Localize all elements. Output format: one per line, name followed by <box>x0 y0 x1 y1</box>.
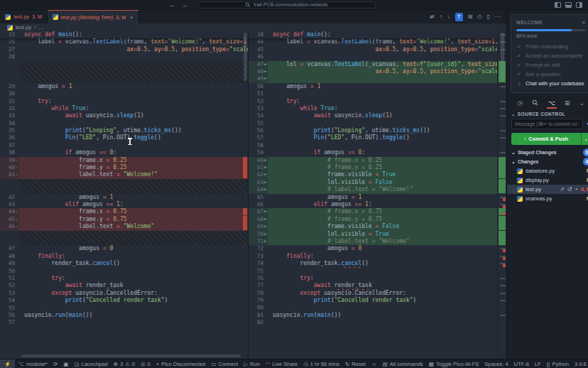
code-text[interactable]: amogus = 1 <box>268 83 506 90</box>
code-line[interactable]: 37 <box>0 142 248 149</box>
code-line[interactable]: 34 <box>0 120 248 127</box>
gitlens-icon[interactable]: ◇ <box>477 13 481 21</box>
line-number[interactable]: 41- <box>0 171 19 178</box>
line-number[interactable]: 71+ <box>249 238 268 245</box>
code-text[interactable]: async def main(): <box>268 31 506 38</box>
line-number[interactable]: 33 <box>0 112 19 119</box>
line-number[interactable]: 60+ <box>249 157 268 164</box>
code-text[interactable]: frame.visible = False <box>268 223 506 230</box>
code-line[interactable]: 57 <box>0 319 248 326</box>
pico-board-icon[interactable]: ▣ <box>60 359 71 368</box>
code-text[interactable]: print("Cancelled render task") <box>19 297 248 304</box>
close-icon[interactable]: × <box>582 19 586 26</box>
code-text[interactable]: lol.visible = True <box>268 231 506 238</box>
code-line[interactable]: 50 amogus = 1 <box>249 83 506 90</box>
code-line[interactable]: 53 except uasyncio.CancelledError: <box>0 290 248 297</box>
code-line[interactable]: 72 amogus = 0 <box>249 245 506 252</box>
code-line[interactable]: 45 ax=0.5, ay=0.5, position_type="scale"… <box>249 46 506 53</box>
code-line[interactable]: 50 <box>0 268 248 275</box>
inline-view-toggle-icon[interactable]: T <box>455 13 463 21</box>
toggle-sidebar-icon[interactable] <box>555 2 561 8</box>
code-text[interactable] <box>268 142 506 149</box>
code-line[interactable]: 74 render_task.cancel() <box>249 260 506 267</box>
code-text[interactable]: if amogus == 0: <box>268 149 506 156</box>
code-text[interactable]: elif amogus == 1: <box>19 201 248 208</box>
line-number[interactable]: 32 <box>0 105 19 112</box>
line-number[interactable]: 49 <box>0 260 19 267</box>
editor-tab[interactable]: test.py (Working Tree) 3, M× <box>48 10 139 23</box>
line-number[interactable]: 46 <box>249 53 268 60</box>
code-line[interactable]: 45- frame.y = 0.75 <box>0 216 248 223</box>
code-line[interactable]: 38 if amogus == 0: <box>0 149 248 156</box>
previous-change-icon[interactable]: ↑ <box>440 13 442 21</box>
code-text[interactable] <box>19 120 248 127</box>
reset-item[interactable]: ↻Reset <box>342 359 369 368</box>
code-line[interactable]: 18async def main(): <box>249 31 506 38</box>
code-text[interactable]: ax=0.5, ay=0.5, position_type="scale", x… <box>268 68 506 75</box>
code-line[interactable]: 43 elif amogus == 1: <box>0 201 248 208</box>
scm-file-row[interactable]: test.py↗↺+ 3, M <box>507 185 588 194</box>
line-number[interactable]: 64+ <box>249 186 268 193</box>
line-number[interactable]: 45 <box>249 46 268 53</box>
code-line[interactable]: 62+ frame.visible = True <box>249 171 506 178</box>
code-line[interactable]: 48 finally: <box>0 253 248 260</box>
code-text[interactable] <box>19 319 248 326</box>
code-line[interactable]: 56 print("Looping", utime.ticks_ms()) <box>249 127 506 134</box>
code-text[interactable]: try: <box>268 275 506 282</box>
line-number[interactable]: 82 <box>249 319 268 326</box>
scm-file-row[interactable]: display.py M <box>507 175 588 185</box>
language-item[interactable]: {}Python <box>544 359 572 368</box>
line-number[interactable]: 74 <box>249 260 268 267</box>
code-line[interactable]: 29 amogus = 1 <box>0 83 248 90</box>
code-text[interactable]: # frame.y = 0.75 <box>268 216 506 223</box>
command-center-search[interactable]: trail-PCB-communication-network <box>198 1 376 9</box>
line-number[interactable]: 44 <box>249 38 268 45</box>
line-number[interactable]: 42 <box>0 194 19 201</box>
code-text[interactable]: uasyncio.run(main()) <box>19 312 248 319</box>
code-text[interactable]: frame.x = 0.25 <box>19 157 248 164</box>
code-text[interactable]: if amogus == 0: <box>19 149 248 156</box>
code-text[interactable] <box>268 90 506 97</box>
code-line[interactable]: 54 print("Cancelled render task") <box>0 297 248 304</box>
compare-icon[interactable]: ⊞ <box>468 13 473 21</box>
line-number[interactable]: 69+ <box>249 223 268 230</box>
code-text[interactable]: amogus = 1 <box>268 194 506 201</box>
code-line[interactable]: 30 <box>0 90 248 97</box>
line-number[interactable]: 27 <box>0 46 19 53</box>
code-text[interactable] <box>19 268 248 275</box>
line-number[interactable]: 61+ <box>249 164 268 171</box>
code-text[interactable]: await render_task <box>19 282 248 289</box>
code-text[interactable]: # frame.x = 0.75 <box>268 208 506 215</box>
extensions-icon[interactable]: ⊞ <box>562 98 572 108</box>
code-text[interactable]: try: <box>268 98 506 105</box>
code-line[interactable]: 49+ <box>249 75 506 82</box>
line-number[interactable]: 53 <box>0 290 19 297</box>
code-text[interactable]: uasyncio.run(main()) <box>268 312 506 319</box>
code-line[interactable]: 32 while True: <box>0 105 248 112</box>
code-text[interactable]: amogus = 1 <box>19 194 248 201</box>
code-text[interactable]: label.text = "Welcome" <box>19 223 248 230</box>
line-number[interactable]: 73 <box>249 253 268 260</box>
code-line[interactable]: 15async def main(): <box>0 31 248 38</box>
code-text[interactable]: print("Cancelled render task") <box>268 297 506 304</box>
code-line[interactable]: 47 amogus = 0 <box>0 245 248 252</box>
line-number[interactable]: 50 <box>249 83 268 90</box>
code-text[interactable] <box>268 120 506 127</box>
line-number[interactable]: 43 <box>0 201 19 208</box>
line-number[interactable]: 47 <box>0 245 19 252</box>
pico-connection-item[interactable]: ×Pico Disconnected <box>153 359 209 368</box>
code-text[interactable]: lol = vcanvas.TextLabel(_vcanvas, text=f… <box>268 61 506 68</box>
code-line[interactable]: 78 except uasyncio.CancelledError: <box>249 290 506 297</box>
eol-item[interactable]: LF <box>532 359 544 368</box>
code-text[interactable]: print("Looping", utime.ticks_ms()) <box>19 127 248 134</box>
welcome-checklist-item[interactable]: ○ Chat with your codebase <box>516 79 586 88</box>
line-number[interactable]: 79 <box>249 297 268 304</box>
line-number[interactable]: 62+ <box>249 171 268 178</box>
code-line[interactable]: 52 await render_task <box>0 282 248 289</box>
line-number[interactable]: 75 <box>249 268 268 275</box>
line-number[interactable]: 51 <box>0 275 19 282</box>
code-line[interactable]: 66 elif amogus == 1: <box>249 201 506 208</box>
nav-back-icon[interactable]: ← <box>170 0 176 10</box>
code-line[interactable]: 59 if amogus == 0: <box>249 149 506 156</box>
stage-changes-icon[interactable]: + <box>575 186 578 193</box>
